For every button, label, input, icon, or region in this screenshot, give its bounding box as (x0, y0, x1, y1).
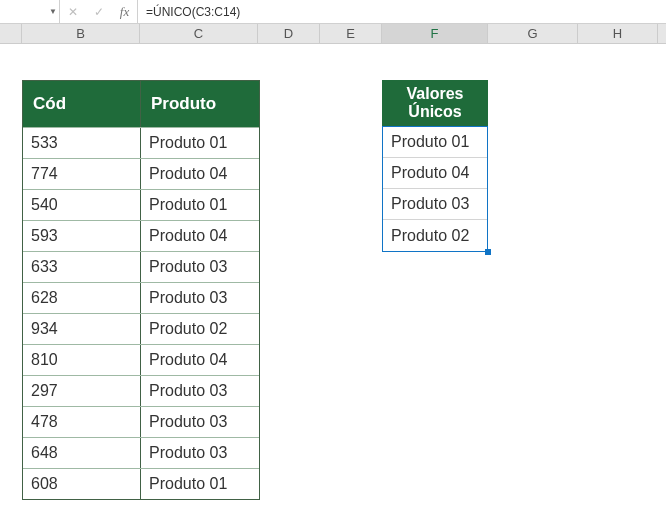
cell-produto[interactable]: Produto 03 (141, 252, 259, 282)
cell-cod[interactable]: 774 (23, 159, 141, 189)
cell-cod[interactable]: 810 (23, 345, 141, 375)
cell-produto[interactable]: Produto 04 (141, 345, 259, 375)
spill-cell[interactable]: Produto 02 (383, 220, 487, 251)
name-box[interactable]: ▼ (0, 0, 60, 23)
cancel-icon[interactable]: ✕ (60, 0, 86, 23)
column-header-b[interactable]: B (22, 24, 140, 43)
table-header: Cód Produto (23, 81, 259, 127)
select-all-corner[interactable] (0, 24, 22, 43)
cell-cod[interactable]: 633 (23, 252, 141, 282)
cell-cod[interactable]: 628 (23, 283, 141, 313)
cell-cod[interactable]: 540 (23, 190, 141, 220)
column-header-f[interactable]: F (382, 24, 488, 43)
formula-input[interactable]: =ÚNICO(C3:C14) (138, 5, 666, 19)
unique-values-table: Valores Únicos Produto 01 Produto 04 Pro… (382, 80, 488, 252)
table-row: 478 Produto 03 (23, 406, 259, 437)
table-row: 593 Produto 04 (23, 220, 259, 251)
fx-icon[interactable]: fx (112, 0, 138, 23)
cell-cod[interactable]: 608 (23, 469, 141, 499)
cell-produto[interactable]: Produto 03 (141, 407, 259, 437)
formula-text: =ÚNICO(C3:C14) (146, 5, 240, 19)
table-row: 297 Produto 03 (23, 375, 259, 406)
table-row: 628 Produto 03 (23, 282, 259, 313)
table-row: 608 Produto 01 (23, 468, 259, 499)
column-header-h[interactable]: H (578, 24, 658, 43)
cell-produto[interactable]: Produto 01 (141, 190, 259, 220)
table-row: 633 Produto 03 (23, 251, 259, 282)
table-row: 533 Produto 01 (23, 127, 259, 158)
table-row: 810 Produto 04 (23, 344, 259, 375)
fill-handle-icon[interactable] (485, 249, 491, 255)
cell-produto[interactable]: Produto 01 (141, 469, 259, 499)
spill-cell[interactable]: Produto 04 (383, 158, 487, 189)
data-table: Cód Produto 533 Produto 01 774 Produto 0… (22, 80, 260, 500)
header-cod[interactable]: Cód (23, 81, 141, 127)
table-row: 648 Produto 03 (23, 437, 259, 468)
dropdown-icon[interactable]: ▼ (49, 7, 57, 16)
formula-buttons: ✕ ✓ fx (60, 0, 138, 23)
cell-cod[interactable]: 934 (23, 314, 141, 344)
spill-cell[interactable]: Produto 03 (383, 189, 487, 220)
column-header-d[interactable]: D (258, 24, 320, 43)
table-row: 540 Produto 01 (23, 189, 259, 220)
column-header-c[interactable]: C (140, 24, 258, 43)
cell-cod[interactable]: 478 (23, 407, 141, 437)
cell-cod[interactable]: 533 (23, 128, 141, 158)
cell-cod[interactable]: 297 (23, 376, 141, 406)
cell-cod[interactable]: 648 (23, 438, 141, 468)
cell-produto[interactable]: Produto 03 (141, 376, 259, 406)
cell-produto[interactable]: Produto 01 (141, 128, 259, 158)
formula-bar: ▼ ✕ ✓ fx =ÚNICO(C3:C14) (0, 0, 666, 24)
column-header-e[interactable]: E (320, 24, 382, 43)
table-row: 774 Produto 04 (23, 158, 259, 189)
header-produto[interactable]: Produto (141, 81, 259, 127)
cell-produto[interactable]: Produto 04 (141, 221, 259, 251)
column-header-g[interactable]: G (488, 24, 578, 43)
cell-cod[interactable]: 593 (23, 221, 141, 251)
spill-cell[interactable]: Produto 01 (383, 127, 487, 158)
unique-header[interactable]: Valores Únicos (382, 80, 488, 126)
worksheet-grid[interactable]: Cód Produto 533 Produto 01 774 Produto 0… (0, 44, 666, 513)
cell-produto[interactable]: Produto 03 (141, 438, 259, 468)
cell-produto[interactable]: Produto 03 (141, 283, 259, 313)
spill-border: Produto 01 Produto 04 Produto 03 Produto… (382, 126, 488, 252)
accept-icon[interactable]: ✓ (86, 0, 112, 23)
table-row: 934 Produto 02 (23, 313, 259, 344)
cell-produto[interactable]: Produto 02 (141, 314, 259, 344)
spill-range: Produto 01 Produto 04 Produto 03 Produto… (382, 126, 488, 252)
column-headers: B C D E F G H (0, 24, 666, 44)
cell-produto[interactable]: Produto 04 (141, 159, 259, 189)
